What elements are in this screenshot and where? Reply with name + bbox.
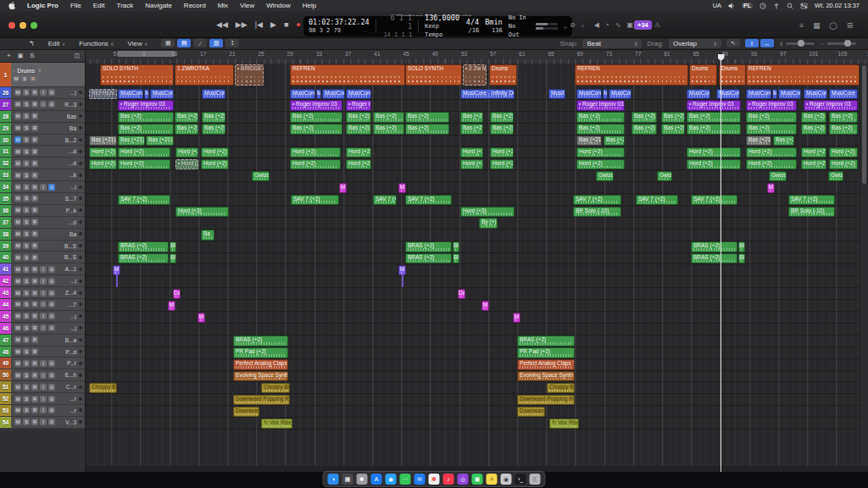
input-monitor-button[interactable]: I — [40, 419, 47, 425]
keyboard-layout-badge[interactable]: PL — [742, 3, 753, 8]
region-hord-2-[interactable]: Hord (+2) — [829, 159, 858, 169]
dock-app-photos[interactable]: ✽ — [429, 474, 440, 485]
s-button[interactable]: S — [23, 195, 30, 202]
s-button[interactable]: S — [21, 75, 28, 82]
dock-app-settings[interactable]: ✱ — [357, 474, 368, 485]
s-button[interactable]: S — [23, 324, 30, 331]
record-enable-button[interactable]: ⊙ — [48, 372, 55, 379]
dock-app-trash[interactable]: ▯ — [530, 474, 541, 485]
grid-icon[interactable]: ▦ — [161, 39, 175, 47]
region-hord-2-[interactable]: Hord (+2) — [460, 147, 483, 158]
track-header-27[interactable]: 27MSRI⊙R...3 — [0, 99, 85, 111]
forward-button[interactable]: ▶▶ — [236, 20, 248, 29]
region-lanes[interactable]: SOLO SYNTH1 ZWROTKA• BRIDGEREFRENSOLO SY… — [86, 64, 868, 472]
region-solo-synth[interactable]: SOLO SYNTH — [100, 64, 174, 86]
m-button[interactable]: M — [13, 75, 19, 82]
region-roger-improv-03[interactable]: ▪ Roger Improv 03 — [290, 100, 342, 110]
track-header-42[interactable]: 42MSRI⊙...j — [0, 275, 85, 287]
update-count-badge[interactable]: +34 — [634, 20, 652, 30]
track-power-dot[interactable] — [79, 114, 82, 118]
region-bas-2-[interactable]: Bas (+2) — [373, 124, 404, 134]
solo-tracks-button[interactable]: S — [30, 52, 34, 59]
pointer-tool-icon[interactable]: ↖ — [726, 39, 740, 47]
region-br[interactable]: BR — [453, 241, 459, 252]
region-sav-7-2-[interactable]: SAV 7 (+2) — [691, 195, 737, 205]
track-header-48[interactable]: 48MSRP...d — [0, 347, 85, 358]
menu-item-file[interactable]: File — [64, 2, 87, 9]
region-downward-vio[interactable]: Downward Vio — [233, 407, 259, 417]
region-bas-2-[interactable]: Bas (+2) — [405, 112, 449, 122]
track-power-dot[interactable] — [79, 314, 82, 318]
record-enable-button[interactable]: ⊙ — [48, 313, 55, 319]
region-m[interactable]: M — [316, 89, 321, 99]
r-button[interactable]: R — [31, 184, 38, 191]
m-button[interactable]: M — [14, 336, 21, 343]
region-refren[interactable]: REFREN — [290, 64, 405, 86]
region-bas-2-[interactable]: Bas (+2) — [346, 124, 371, 134]
r-button[interactable]: R — [31, 230, 38, 237]
r-button[interactable]: R — [31, 372, 38, 379]
region-hord-3-[interactable]: Hord (+3) — [175, 207, 229, 217]
s-button[interactable]: S — [23, 125, 30, 131]
marquee-tool-icon[interactable]: ▥ — [209, 39, 223, 47]
region-bas-2-[interactable]: Bas (+2) — [661, 112, 685, 122]
region-1-zwrotka[interactable]: 1 ZWROTKA — [175, 64, 234, 86]
cycle-region[interactable] — [117, 51, 175, 57]
region-ba[interactable]: Ba — [201, 230, 214, 240]
track-power-dot[interactable] — [79, 103, 82, 106]
region-musicore[interactable]: MusiCore — [746, 89, 771, 99]
add-track-button[interactable]: + — [7, 52, 11, 59]
r-button[interactable]: R — [31, 172, 38, 179]
region-hord-2-[interactable]: Hord (+2) — [201, 147, 229, 158]
region-choppy-blast[interactable]: Choppy Blast — [261, 383, 290, 393]
region-refren[interactable]: REFREN — [89, 89, 117, 99]
region-bras-2-[interactable]: BRAS (+2) — [118, 253, 169, 263]
s-button[interactable]: S — [23, 360, 30, 367]
region-gwizd[interactable]: Gwizd — [596, 171, 614, 181]
m-button[interactable]: M — [14, 396, 21, 402]
region-hord-2-[interactable]: Hord (+2) — [89, 159, 117, 169]
track-power-dot[interactable] — [79, 232, 82, 236]
region-sav-7-2-[interactable]: SAV 7 (+2) — [291, 195, 339, 205]
s-button[interactable]: S — [23, 172, 30, 179]
input-monitor-button[interactable]: I — [40, 372, 47, 379]
s-button[interactable]: S — [23, 419, 30, 425]
replace-icon[interactable]: ∿ — [615, 21, 621, 29]
m-button[interactable]: M — [14, 290, 21, 297]
record-enable-button[interactable]: ⊙ — [48, 101, 55, 108]
region-musicore[interactable]: MusiCore — [346, 89, 371, 99]
chevron-down-icon[interactable]: ∨ — [37, 67, 42, 74]
r-button[interactable]: R — [31, 195, 38, 202]
region-refren[interactable]: REFREN — [575, 64, 688, 86]
region-br-solo-10-[interactable]: BR Solo (-10) — [573, 207, 621, 217]
track-power-dot[interactable] — [79, 374, 82, 377]
region-bas-2-[interactable]: Bas (+2) — [460, 112, 483, 122]
track-power-dot[interactable] — [79, 138, 82, 141]
region-bras-2-[interactable]: BRAS (+2) — [517, 336, 575, 346]
region-refren[interactable]: REFREN — [746, 64, 860, 86]
track-power-dot[interactable] — [79, 280, 82, 283]
track-power-dot[interactable] — [79, 397, 82, 401]
m-button[interactable]: M — [14, 230, 21, 237]
vertical-scrollbar[interactable] — [860, 64, 868, 472]
region-perfect-analog-claps-topper[interactable]: Perfect Analog Claps Topper — [233, 359, 288, 369]
lcd-chevron-icon[interactable]: ⌄ — [564, 23, 567, 30]
r-button[interactable]: R — [31, 254, 38, 261]
text-tool-icon[interactable]: I — [745, 39, 759, 47]
dock-app-mail[interactable]: ✉ — [415, 474, 426, 485]
s-button[interactable]: S — [23, 372, 30, 379]
m-button[interactable]: M — [14, 324, 21, 331]
region-gwizd[interactable]: Gwizd — [828, 171, 843, 181]
region-br[interactable]: BR — [738, 253, 745, 263]
input-monitor-button[interactable]: I — [40, 101, 47, 108]
track-header-29[interactable]: 29MSRBa — [0, 123, 85, 135]
input-monitor-button[interactable]: I — [40, 301, 47, 308]
region-gwizd[interactable]: Gwizd — [769, 171, 787, 181]
region-hord-2-[interactable]: Hord (+2) — [490, 147, 514, 158]
dock-app-finder[interactable]: ◑ — [328, 474, 339, 485]
region-hord-2-[interactable]: Hord (+2) — [89, 147, 117, 158]
region-sav-7-2-[interactable]: SAV 7 (+2) — [788, 195, 835, 205]
track-header-34[interactable]: 34MSRI⊙...j — [0, 181, 85, 193]
r-button[interactable]: R — [31, 207, 38, 214]
track-header-35[interactable]: 35MSRS...7 — [0, 193, 85, 205]
